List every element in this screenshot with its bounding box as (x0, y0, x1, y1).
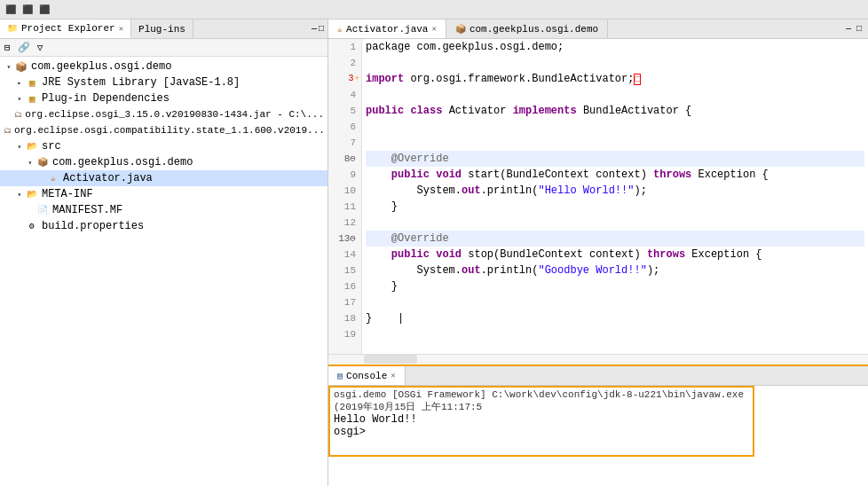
collapse-all-icon[interactable]: ⊟ (2, 41, 13, 54)
package-label: com.geekplus.osgi.demo (52, 156, 193, 169)
line-numbers: 1 2 3+ 4 5 6 7 8⊖ 9 10 11 12 13⊖ 14 15 1… (328, 39, 362, 354)
code-line-3: import org.osgi.framework.BundleActivato… (366, 71, 864, 87)
console-header: osgi.demo [OSGi Framework] C:\work\dev\c… (334, 389, 749, 413)
code-line-18: } | (366, 310, 864, 326)
code-line-17 (366, 294, 864, 310)
left-panel: 📁 Project Explorer ✕ Plug-ins — □ ⊟ 🔗 ▽ (0, 20, 328, 486)
project-explorer-icon: 📁 (7, 23, 18, 34)
toolbar-icon-1: ⬛ (4, 3, 18, 17)
activator-tab-label: Activator.java (346, 24, 428, 35)
plug-deps-icon: ▦ (25, 91, 39, 106)
tree-item-plug-deps[interactable]: ▦ Plug-in Dependencies (0, 90, 327, 106)
code-line-1: package com.geekplus.osgi.demo; (366, 39, 864, 55)
code-line-11: } (366, 199, 864, 215)
activator-tab-close[interactable]: ✕ (431, 24, 436, 34)
meta-inf-icon: 📂 (25, 187, 39, 201)
editor-h-scrollbar[interactable] (328, 354, 868, 364)
package-icon: 📦 (36, 155, 50, 169)
jar1-icon: 🗂 (14, 107, 22, 122)
tab-project-explorer[interactable]: 📁 Project Explorer ✕ (0, 20, 131, 38)
editor-maximize[interactable]: □ (854, 24, 864, 34)
code-text: package com.geekplus.osgi.demo; import o… (362, 39, 868, 354)
editor-tabs: ☕ Activator.java ✕ 📦 com.geekplus.osgi.d… (328, 20, 868, 39)
src-label: src (42, 140, 61, 153)
manifest-label: MANIFEST.MF (52, 204, 122, 216)
project-explorer-close[interactable]: ✕ (119, 24, 123, 34)
link-editor-icon[interactable]: 🔗 (15, 41, 33, 54)
tree-item-jar1[interactable]: 🗂 org.eclipse.osgi_3.15.0.v20190830-1434… (0, 106, 327, 122)
code-line-2 (366, 55, 864, 71)
right-panel: ☕ Activator.java ✕ 📦 com.geekplus.osgi.d… (328, 20, 868, 486)
minimize-icon[interactable]: — (312, 24, 317, 34)
console-output-line-2: osgi> (334, 426, 749, 438)
plug-deps-label: Plug-in Dependencies (42, 92, 170, 105)
editor-tab-activator[interactable]: ☕ Activator.java ✕ (328, 20, 446, 38)
line-num-2: 2 (328, 55, 361, 71)
package-tab-label: com.geekplus.osgi.demo (470, 24, 598, 35)
tree-arrow-project[interactable] (4, 63, 14, 71)
tree-arrow-jre[interactable] (14, 79, 25, 87)
console-tab-label: Console (346, 371, 387, 381)
project-label: com.geekplus.osgi.demo (31, 60, 171, 73)
line-num-7: 7 (328, 135, 361, 151)
tree-item-build-props[interactable]: ⚙ build.properties (0, 218, 327, 234)
jar2-icon: 🗂 (4, 123, 12, 137)
tree-item-package[interactable]: 📦 com.geekplus.osgi.demo (0, 154, 327, 170)
line-num-9: 9 (328, 167, 361, 183)
line-num-16: 16 (328, 278, 361, 294)
tree-item-project[interactable]: 📦 com.geekplus.osgi.demo (0, 59, 327, 74)
line-num-4: 4 (328, 87, 361, 103)
console-tab-close[interactable]: ✕ (391, 371, 395, 380)
toolbar-icon-3: ⬛ (37, 3, 51, 17)
console-output-area[interactable]: osgi.demo [OSGi Framework] C:\work\dev\c… (328, 386, 754, 457)
line-num-18: 18 (328, 310, 361, 326)
editor-minimize[interactable]: — (843, 24, 854, 34)
jar2-label: org.eclipse.osgi.compatibility.state_1.1… (14, 125, 325, 136)
view-menu-icon[interactable]: ▽ (35, 41, 46, 54)
jre-icon: ▦ (25, 75, 39, 90)
tree-arrow-meta-inf[interactable] (14, 191, 25, 199)
left-panel-tabs: 📁 Project Explorer ✕ Plug-ins — □ (0, 20, 327, 39)
main-area: 📁 Project Explorer ✕ Plug-ins — □ ⊟ 🔗 ▽ (0, 20, 868, 486)
java-file-icon: ☕ (46, 171, 60, 185)
tree-item-src[interactable]: 📂 src (0, 138, 327, 154)
line-num-3: 3+ (328, 71, 361, 87)
activator-label: Activator.java (63, 172, 153, 184)
tree-item-jar2[interactable]: 🗂 org.eclipse.osgi.compatibility.state_1… (0, 122, 327, 138)
tree-arrow-plug-deps[interactable] (14, 95, 25, 103)
project-tree: 📦 com.geekplus.osgi.demo ▦ JRE System Li… (0, 57, 327, 486)
line-num-15: 15 (328, 263, 361, 278)
console-tab[interactable]: ▤ Console ✕ (328, 366, 406, 385)
tab-plugins[interactable]: Plug-ins (131, 20, 193, 38)
package-tab-icon: 📦 (455, 24, 466, 35)
src-icon: 📂 (25, 139, 39, 153)
line-num-12: 12 (328, 215, 361, 231)
tree-arrow-src[interactable] (14, 143, 25, 151)
console-tabs: ▤ Console ✕ (328, 366, 868, 386)
meta-inf-label: META-INF (42, 188, 93, 200)
jre-label: JRE System Library [JavaSE-1.8] (42, 76, 240, 89)
main-toolbar: ⬛ ⬛ ⬛ (0, 0, 868, 20)
bottom-area: ▤ Console ✕ osgi.demo [OSGi Framework] C… (328, 364, 868, 457)
maximize-icon[interactable]: □ (319, 24, 324, 34)
tree-item-activator[interactable]: ☕ Activator.java (0, 170, 327, 186)
code-line-12 (366, 215, 864, 231)
code-line-5: public class Activator implements Bundle… (366, 103, 864, 119)
tree-item-manifest[interactable]: 📄 MANIFEST.MF (0, 202, 327, 218)
line-num-6: 6 (328, 119, 361, 135)
line-num-11: 11 (328, 199, 361, 215)
editor-tab-package[interactable]: 📦 com.geekplus.osgi.demo (446, 20, 608, 38)
code-line-4 (366, 87, 864, 103)
console-icon: ▤ (337, 371, 343, 381)
code-editor[interactable]: 1 2 3+ 4 5 6 7 8⊖ 9 10 11 12 13⊖ 14 15 1… (328, 39, 868, 354)
code-line-14: public void stop(BundleContext context) … (366, 247, 864, 263)
tree-arrow-package[interactable] (25, 159, 36, 167)
manifest-icon: 📄 (36, 203, 50, 217)
code-line-16: } (366, 278, 864, 294)
code-line-15: System.out.println("Goodbye World!!"); (366, 263, 864, 278)
left-panel-toolbar: ⊟ 🔗 ▽ (0, 39, 327, 57)
code-line-19 (366, 326, 864, 342)
line-num-5: 5 (328, 103, 361, 119)
tree-item-meta-inf[interactable]: 📂 META-INF (0, 186, 327, 202)
tree-item-jre[interactable]: ▦ JRE System Library [JavaSE-1.8] (0, 74, 327, 90)
